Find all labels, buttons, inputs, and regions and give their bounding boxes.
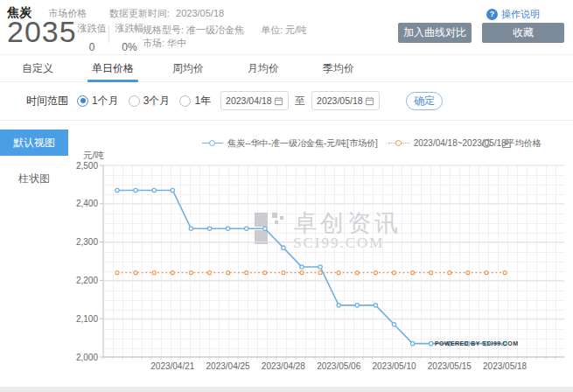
help-icon — [486, 9, 498, 20]
svg-text:2,200: 2,200 — [76, 276, 98, 285]
legend-item-series[interactable]: 焦炭--华中-准一级冶金焦-元/吨[市场价] — [227, 137, 378, 150]
change-pct-block: 涨跌幅 0% — [115, 22, 144, 53]
radio-dot-icon — [179, 95, 191, 107]
calendar-icon — [274, 96, 283, 106]
change-value-block: 涨跌值 0 — [77, 22, 107, 53]
tab-weekly-avg[interactable]: 周均价 — [150, 55, 226, 81]
chart-panel: 焦炭--华中-准一级冶金焦-元/吨[市场价] 2023/04/18~2023/0… — [74, 127, 573, 385]
radio-1-month-label: 1个月 — [92, 94, 119, 108]
svg-text:2,100: 2,100 — [76, 314, 98, 324]
svg-text:2023/05/15: 2023/05/15 — [428, 361, 472, 371]
time-range-label: 时间范围 — [26, 94, 68, 108]
chart-plot: 卓创资讯 SCI99.COM 2,0002,1002,2002,3002,400… — [74, 159, 573, 381]
radio-1-year-label: 1年 — [194, 94, 211, 108]
price-unit: 单位: 元/吨 — [261, 24, 307, 35]
change-value: 0 — [77, 41, 107, 53]
radio-dot-icon — [129, 95, 140, 107]
tab-bar: 自定义 单日价格 周均价 月均价 季均价 — [0, 54, 573, 82]
tab-custom[interactable]: 自定义 — [0, 55, 75, 81]
svg-text:2023/05/18: 2023/05/18 — [483, 361, 527, 371]
svg-text:2023/05/10: 2023/05/10 — [372, 361, 416, 371]
radio-3-month[interactable]: 3个月 — [129, 94, 171, 108]
time-range-filter: 时间范围 1个月 3个月 1年 2023/04/18 至 2023/05/18 … — [26, 90, 443, 111]
svg-text:2023/04/25: 2023/04/25 — [206, 361, 250, 371]
date-to-input[interactable]: 2023/05/18 — [311, 91, 380, 110]
date-from-input[interactable]: 2023/04/18 — [220, 91, 289, 110]
average-line-marker-icon — [388, 140, 409, 148]
svg-text:2023/04/21: 2023/04/21 — [150, 361, 194, 371]
change-value-label: 涨跌值 — [77, 22, 107, 35]
tab-daily-price[interactable]: 单日价格 — [75, 55, 150, 81]
legend-item-average[interactable]: 2023/04/18~2023/05/18平均价格 — [414, 137, 542, 150]
date-from-value: 2023/04/18 — [226, 95, 272, 106]
change-pct-label: 涨跌幅 — [115, 22, 144, 35]
radio-1-year[interactable]: 1年 — [179, 94, 211, 108]
spec-info: 规格型号: 准一级冶金焦 单位: 元/吨 市场: 华中 — [143, 24, 307, 50]
sidebar-item-default-view[interactable]: 默认视图 — [0, 130, 68, 156]
svg-text:2,500: 2,500 — [76, 161, 98, 171]
radio-dot-icon — [77, 95, 88, 107]
footer-strip — [0, 387, 573, 392]
radio-3-month-label: 3个月 — [143, 94, 171, 108]
update-time-value: 2023/05/18 — [176, 8, 224, 18]
sidebar-item-bar-chart[interactable]: 柱状图 — [0, 172, 68, 186]
tab-quarterly-avg[interactable]: 季均价 — [301, 55, 376, 81]
current-price: 2035 — [7, 15, 77, 49]
market-region: 市场: 华中 — [143, 37, 307, 50]
svg-text:2023/04/28: 2023/04/28 — [262, 361, 305, 371]
svg-text:2,300: 2,300 — [76, 237, 98, 247]
divider — [0, 120, 573, 121]
help-link[interactable]: 操作说明 — [486, 8, 540, 21]
svg-text:2023/05/06: 2023/05/06 — [317, 361, 360, 371]
confirm-button[interactable]: 确定 — [406, 92, 443, 110]
refresh-icon[interactable] — [480, 137, 493, 150]
spec-type: 规格型号: 准一级冶金焦 — [143, 24, 244, 35]
divider — [108, 25, 109, 43]
favorite-button[interactable]: 收藏 — [482, 23, 564, 43]
calendar-icon — [365, 96, 374, 106]
svg-text:2,000: 2,000 — [76, 353, 98, 362]
price-line-chart[interactable]: 2,0002,1002,2002,3002,4002,5002023/04/21… — [74, 159, 573, 381]
radio-1-month[interactable]: 1个月 — [77, 94, 119, 108]
powered-by: POWERED BY SCI99.COM — [435, 340, 518, 346]
download-icon[interactable] — [500, 137, 513, 150]
update-time-label: 数据更新时间: — [109, 8, 170, 18]
series-line-marker-icon — [202, 140, 223, 148]
change-pct-value: 0% — [115, 41, 144, 53]
svg-text:2,400: 2,400 — [76, 199, 98, 208]
tab-monthly-avg[interactable]: 月均价 — [226, 55, 301, 81]
chart-legend: 焦炭--华中-准一级冶金焦-元/吨[市场价] 2023/04/18~2023/0… — [74, 136, 573, 151]
help-label: 操作说明 — [501, 8, 540, 21]
date-to-value: 2023/05/18 — [317, 95, 363, 106]
to-label: 至 — [295, 94, 305, 108]
add-curve-compare-button[interactable]: 加入曲线对比 — [398, 23, 472, 43]
